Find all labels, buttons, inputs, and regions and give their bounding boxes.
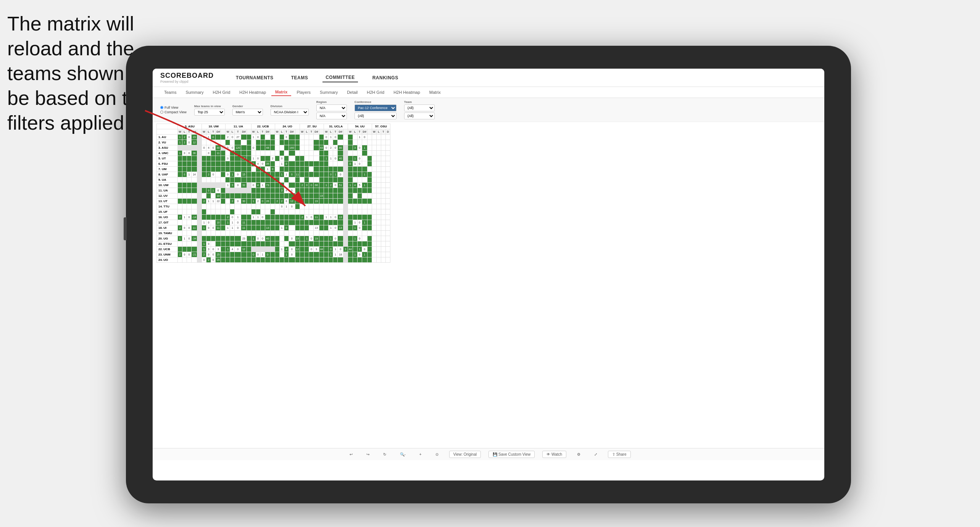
cell [260,193,265,199]
refresh-button[interactable]: ↻ [380,451,389,458]
region-select[interactable]: N/A West East [316,104,347,111]
cell [300,241,305,247]
cell: 22 [216,199,221,204]
sub-nav-h2h-grid2[interactable]: H2H Grid [363,89,388,96]
table-row: 23. UNM200-21200250010101118101 [157,252,390,257]
region-select-2[interactable]: N/A [316,112,347,119]
cell: 35 [265,161,270,167]
cell: 1 [178,151,182,156]
zoom-out-button[interactable]: 🔍- [397,451,409,458]
matrix-container[interactable]: 3. ASU 10. UW 11. UA 22. UCB 24. UO 27. … [153,122,824,448]
cell [270,183,275,188]
cell [348,215,353,220]
team-select[interactable]: (All) [404,104,435,111]
nav-rankings[interactable]: RANKINGS [369,74,401,82]
cell [241,193,247,199]
cell: 0 [260,236,265,241]
nav-teams[interactable]: TEAMS [288,74,311,82]
cell [221,252,226,257]
sub-nav-h2h-heatmap2[interactable]: H2H Heatmap [390,89,424,96]
team-select-2[interactable]: (All) [404,112,435,119]
save-custom-button[interactable]: 💾 Save Custom View [488,451,535,458]
cell: 0 [289,172,295,177]
undo-button[interactable]: ↩ [347,451,356,458]
cell [197,151,202,156]
cell [216,231,221,236]
sub-header-empty [157,129,178,135]
cell [275,188,279,193]
cell [353,204,357,209]
division-select[interactable]: NCAA Division I NCAA Division II NCAA Di… [271,109,309,116]
cell [385,225,390,231]
share-button[interactable]: ⇧ Share [608,451,630,458]
cell [197,199,202,204]
cell [289,193,295,199]
col-header-ua: 11. UA [226,124,251,129]
conference-select-2[interactable]: (All) [355,112,397,119]
sub-nav-h2h-grid[interactable]: H2H Grid [209,89,234,96]
cell [247,209,251,215]
sub-nav-matrix2[interactable]: Matrix [426,89,445,96]
cell: 0 [235,247,241,252]
cell [295,167,300,172]
cell [247,231,251,236]
cell: 0 [333,156,338,161]
cell [385,204,390,209]
cell [343,156,348,161]
cell: 48 [265,145,270,151]
zoom-in-button[interactable]: + [416,451,425,458]
cell [260,151,265,156]
settings-icon: ⚙ [577,452,580,456]
cell: 1 [260,252,265,257]
cell [270,252,275,257]
cell [348,167,353,172]
redo-button[interactable]: ↪ [363,451,372,458]
cell [230,151,235,156]
cell [247,140,251,145]
cell: -21 [192,252,197,257]
cell [324,220,329,225]
settings-button[interactable]: ⚙ [574,451,583,458]
sh-l5: L [279,129,284,135]
cell [338,188,343,193]
sub-nav-summary2[interactable]: Summary [316,89,342,96]
cell: 0 [235,225,241,231]
cell [221,199,226,204]
gender-select[interactable]: Men's Women's [232,109,263,116]
cell [372,247,376,252]
max-teams-select[interactable]: Top 25 Top 50 All [194,109,225,116]
cell [295,220,300,225]
cell [357,199,362,204]
full-view-radio[interactable]: Full View [160,106,187,109]
cell [305,241,309,247]
cell [362,236,367,241]
cell [221,231,226,236]
sub-nav-detail[interactable]: Detail [343,89,361,96]
nav-tournaments[interactable]: TOURNAMENTS [233,74,277,82]
expand-button[interactable]: ⤢ [591,451,600,458]
sub-nav-matrix[interactable]: Matrix [271,88,291,96]
cell: 0 [235,172,241,177]
cell [221,140,226,145]
reset-view-button[interactable]: ⊙ [432,451,442,458]
sub-nav-teams[interactable]: Teams [160,89,180,96]
compact-view-radio[interactable]: Compact View [160,110,187,114]
view-original-button[interactable]: View: Original [449,451,481,458]
watch-button[interactable]: 👁 Watch [542,451,566,458]
col-header-asu: 3. ASU [178,124,202,129]
cell [314,156,319,161]
sub-nav-players[interactable]: Players [293,89,314,96]
cell [343,231,348,236]
table-row: 24. UO02029 [157,257,390,263]
nav-committee[interactable]: COMMITTEE [322,73,358,82]
sub-nav-summary[interactable]: Summary [182,89,207,96]
sub-nav-h2h-heatmap[interactable]: H2H Heatmap [235,89,270,96]
cell [385,140,390,145]
conference-select[interactable]: Pac-12 Conference (All) [355,104,397,111]
cell [348,140,353,145]
cell [216,161,221,167]
cell: 0 [182,252,187,257]
cell: 0 [284,199,289,204]
cell [385,236,390,241]
cell [376,257,381,263]
